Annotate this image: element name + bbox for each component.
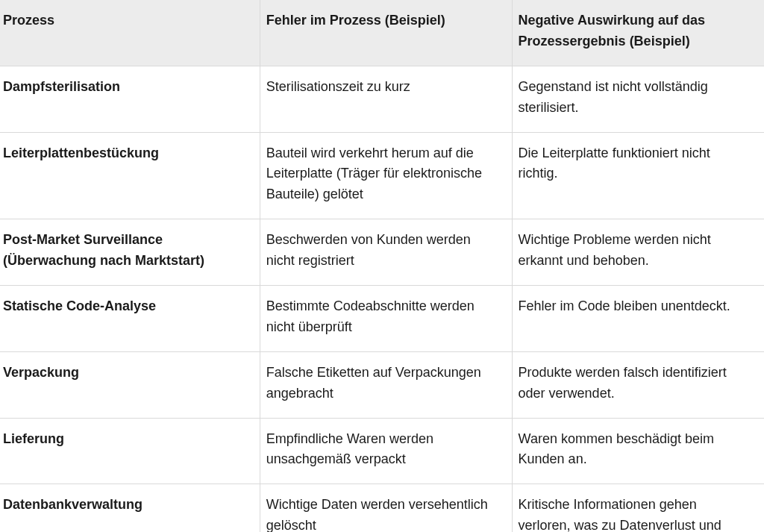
cell-impact: Kritische Informationen gehen verloren, … [512, 484, 764, 532]
cell-impact: Gegenstand ist nicht vollständig sterili… [512, 66, 764, 132]
header-impact: Negative Auswirkung auf das Prozessergeb… [512, 0, 764, 66]
table-header-row: Prozess Fehler im Prozess (Beispiel) Neg… [0, 0, 764, 66]
table-row: Lieferung Empfindliche Waren werden unsa… [0, 418, 764, 484]
cell-impact: Waren kommen beschädigt beim Kunden an. [512, 418, 764, 484]
header-failure: Fehler im Prozess (Beispiel) [260, 0, 512, 66]
cell-failure: Wichtige Daten werden versehentlich gelö… [260, 484, 512, 532]
table-row: Dampfsterilisation Sterilisationszeit zu… [0, 66, 764, 132]
cell-process: Verpackung [0, 351, 260, 418]
cell-failure: Bauteil wird verkehrt herum auf die Leit… [260, 132, 512, 219]
cell-process: Statische Code-Analyse [0, 286, 260, 352]
cell-failure: Bestimmte Codeabschnitte werden nicht üb… [260, 286, 512, 352]
cell-impact: Produkte werden falsch identifiziert ode… [512, 351, 764, 418]
cell-impact: Fehler im Code bleiben unentdeckt. [512, 286, 764, 352]
table-row: Leiterplattenbestückung Bauteil wird ver… [0, 132, 764, 219]
table-row: Verpackung Falsche Etiketten auf Verpack… [0, 351, 764, 418]
cell-failure: Falsche Etiketten auf Verpackungen angeb… [260, 351, 512, 418]
cell-failure: Sterilisationszeit zu kurz [260, 66, 512, 132]
table-row: Datenbankverwaltung Wichtige Daten werde… [0, 484, 764, 532]
cell-process: Dampfsterilisation [0, 66, 260, 132]
process-failure-table: Prozess Fehler im Prozess (Beispiel) Neg… [0, 0, 764, 532]
table-row: Post-Market Surveillance (Überwachung na… [0, 219, 764, 286]
cell-process: Datenbankverwaltung [0, 484, 260, 532]
cell-failure: Empfindliche Waren werden unsachgemäß ve… [260, 418, 512, 484]
cell-process: Post-Market Surveillance (Überwachung na… [0, 219, 260, 286]
table-row: Statische Code-Analyse Bestimmte Codeabs… [0, 286, 764, 352]
cell-process: Leiterplattenbestückung [0, 132, 260, 219]
cell-impact: Wichtige Probleme werden nicht erkannt u… [512, 219, 764, 286]
cell-failure: Beschwerden von Kunden werden nicht regi… [260, 219, 512, 286]
header-process: Prozess [0, 0, 260, 66]
cell-impact: Die Leiterplatte funktioniert nicht rich… [512, 132, 764, 219]
cell-process: Lieferung [0, 418, 260, 484]
